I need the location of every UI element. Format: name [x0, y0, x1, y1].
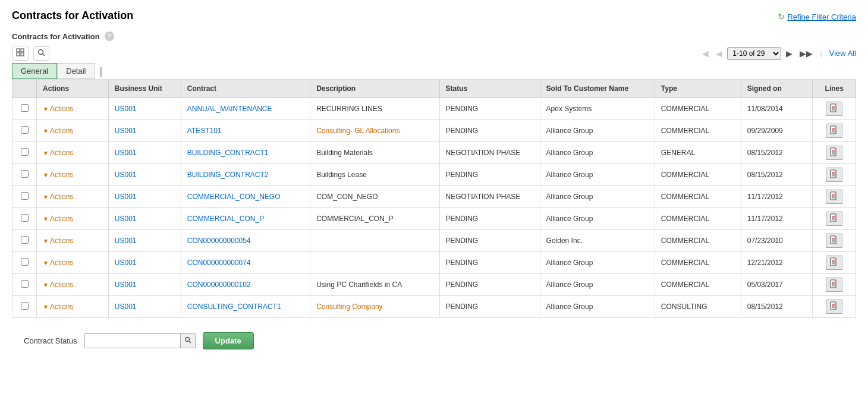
actions-link-6[interactable]: ▼ Actions — [43, 215, 73, 223]
svg-point-4 — [39, 49, 43, 54]
actions-arrow-icon: ▼ — [43, 194, 49, 200]
contract-link-2[interactable]: ATEST101 — [187, 127, 222, 135]
contract-status-label: Contract Status — [24, 336, 77, 345]
contract-link-5[interactable]: COMMERCIAL_CON_NEGO — [187, 193, 281, 201]
contract-link-8[interactable]: CON000000000074 — [187, 259, 251, 267]
row-checkbox-6[interactable] — [21, 214, 29, 222]
lines-icon-9[interactable] — [826, 278, 842, 292]
signed-1: 11/08/2014 — [741, 98, 813, 120]
row-checkbox-2[interactable] — [21, 126, 29, 134]
actions-link-8[interactable]: ▼ Actions — [43, 259, 73, 267]
status-1: PENDING — [439, 98, 540, 120]
contract-link-3[interactable]: BUILDING_CONTRACT1 — [187, 149, 269, 157]
actions-link-3[interactable]: ▼ Actions — [43, 149, 73, 157]
prev-button[interactable]: ◀ — [713, 48, 725, 59]
col-type: Type — [655, 80, 741, 98]
bu-link-1[interactable]: US001 — [115, 105, 137, 113]
view-all-link[interactable]: View All — [829, 49, 856, 58]
lines-icon-7[interactable] — [826, 234, 842, 248]
row-checkbox-5[interactable] — [21, 192, 29, 200]
contract-status-search-button[interactable] — [180, 334, 195, 348]
prev-first-button[interactable]: ◀ — [700, 48, 711, 59]
signed-2: 09/29/2009 — [741, 120, 813, 142]
row-checkbox-4[interactable] — [21, 170, 29, 178]
bu-link-2[interactable]: US001 — [115, 127, 137, 135]
customer-2: Alliance Group — [540, 120, 655, 142]
row-checkbox-10[interactable] — [21, 302, 29, 310]
svg-line-5 — [43, 53, 45, 56]
actions-link-1[interactable]: ▼ Actions — [43, 105, 73, 113]
actions-arrow-icon: ▼ — [43, 304, 49, 310]
bu-link-6[interactable]: US001 — [115, 215, 137, 223]
type-10: CONSULTING — [655, 296, 741, 318]
customer-4: Alliance Group — [540, 164, 655, 186]
row-checkbox-9[interactable] — [21, 280, 29, 288]
col-description: Description — [310, 80, 439, 98]
actions-link-2[interactable]: ▼ Actions — [43, 127, 73, 135]
help-icon[interactable]: ? — [105, 31, 114, 41]
table-row: ▼ ActionsUS001COMMERCIAL_CON_PCOMMERCIAL… — [12, 208, 856, 230]
bu-link-7[interactable]: US001 — [115, 237, 137, 245]
contract-link-6[interactable]: COMMERCIAL_CON_P — [187, 215, 264, 223]
next-button[interactable]: ▶ — [784, 48, 795, 59]
lines-icon-6[interactable] — [826, 212, 842, 226]
refine-filter-link[interactable]: Refine Filter Criteria — [787, 12, 856, 21]
actions-link-5[interactable]: ▼ Actions — [43, 193, 73, 201]
lines-icon-5[interactable] — [826, 190, 842, 204]
pagination-select[interactable]: 1-10 of 29 11-20 of 29 21-29 of 29 — [727, 47, 781, 60]
bu-link-10[interactable]: US001 — [115, 303, 137, 311]
customer-6: Alliance Group — [540, 208, 655, 230]
customer-10: Alliance Group — [540, 296, 655, 318]
lines-icon-10[interactable] — [826, 300, 842, 314]
lines-icon-1[interactable] — [826, 102, 842, 116]
contract-status-input[interactable] — [85, 334, 180, 348]
row-checkbox-8[interactable] — [21, 258, 29, 266]
signed-5: 11/17/2012 — [741, 186, 813, 208]
page-title: Contracts for Activation — [12, 10, 856, 22]
svg-rect-3 — [21, 53, 24, 56]
lines-icon-8[interactable] — [826, 256, 842, 270]
contract-link-9[interactable]: CON000000000102 — [187, 281, 251, 289]
col-checkbox — [12, 80, 37, 98]
search-button[interactable] — [33, 46, 49, 61]
bu-link-8[interactable]: US001 — [115, 259, 137, 267]
contract-link-4[interactable]: BUILDING_CONTRACT2 — [187, 171, 269, 179]
actions-arrow-icon: ▼ — [43, 238, 49, 244]
contract-link-1[interactable]: ANNUAL_MAINTENANCE — [187, 105, 272, 113]
customer-3: Alliance Group — [540, 142, 655, 164]
actions-link-4[interactable]: ▼ Actions — [43, 171, 73, 179]
section-title: Contracts for Activation — [12, 32, 100, 41]
bu-link-5[interactable]: US001 — [115, 193, 137, 201]
table-row: ▼ ActionsUS001CON000000000102Using PC Ch… — [12, 274, 856, 296]
col-status: Status — [439, 80, 540, 98]
status-7: PENDING — [439, 230, 540, 252]
actions-link-10[interactable]: ▼ Actions — [43, 303, 73, 311]
signed-4: 08/15/2012 — [741, 164, 813, 186]
status-8: PENDING — [439, 252, 540, 274]
next-last-button[interactable]: ▶▶ — [797, 48, 815, 59]
tab-general[interactable]: General — [12, 63, 57, 79]
update-button[interactable]: Update — [203, 332, 254, 349]
customer-8: Alliance Group — [540, 252, 655, 274]
contract-link-7[interactable]: CON000000000054 — [187, 237, 251, 245]
grid-view-button[interactable] — [12, 46, 29, 61]
contracts-table: Actions Business Unit Contract Descripti… — [12, 79, 856, 318]
description-3: Building Materials — [316, 149, 373, 157]
row-checkbox-1[interactable] — [21, 104, 29, 112]
type-1: COMMERCIAL — [655, 98, 741, 120]
lines-icon-3[interactable] — [826, 146, 842, 160]
type-7: COMMERCIAL — [655, 230, 741, 252]
tab-detail[interactable]: Detail — [57, 63, 95, 79]
row-checkbox-7[interactable] — [21, 236, 29, 244]
contract-link-10[interactable]: CONSULTING_CONTRACT1 — [187, 303, 281, 311]
type-3: GENERAL — [655, 142, 741, 164]
bu-link-3[interactable]: US001 — [115, 149, 137, 157]
actions-link-7[interactable]: ▼ Actions — [43, 237, 73, 245]
lines-icon-2[interactable] — [826, 124, 842, 138]
lines-icon-4[interactable] — [826, 168, 842, 182]
row-checkbox-3[interactable] — [21, 148, 29, 156]
type-8: COMMERCIAL — [655, 252, 741, 274]
actions-link-9[interactable]: ▼ Actions — [43, 281, 73, 289]
bu-link-9[interactable]: US001 — [115, 281, 137, 289]
bu-link-4[interactable]: US001 — [115, 171, 137, 179]
